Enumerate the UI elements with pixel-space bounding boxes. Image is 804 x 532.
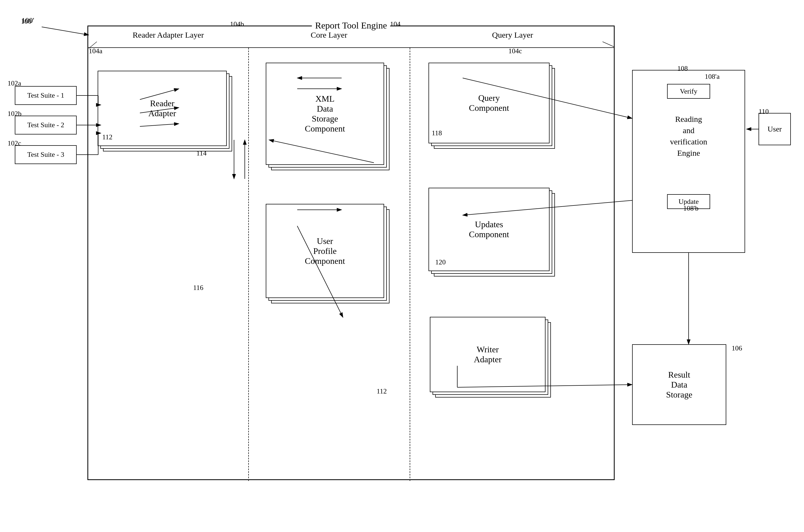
verify-button[interactable]: Verify	[667, 84, 710, 99]
ref-100-label: 100'	[21, 18, 33, 25]
query-component-box: QueryComponent	[428, 63, 550, 144]
user-box: User	[759, 113, 791, 145]
user-profile-box: UserProfileComponent	[266, 204, 384, 298]
ref-104b: 104b	[230, 20, 244, 28]
report-tool-engine-box: Report Tool Engine Reader Adapter Layer …	[88, 25, 615, 480]
ref-102b: 102b	[7, 110, 21, 118]
xml-data-storage-label: XMLDataStorageComponent	[305, 94, 345, 134]
layer-divider-1	[248, 48, 249, 481]
ref-104a: 104a	[89, 47, 102, 55]
reader-adapter-box: ReaderAdapter	[98, 71, 227, 146]
result-data-storage-box: ResultDataStorage	[632, 344, 726, 425]
updates-component-box: UpdatesComponent	[428, 188, 550, 271]
ref-118: 118	[432, 129, 442, 137]
svg-line-2	[42, 27, 89, 35]
ref-108: 108	[677, 64, 688, 73]
test-suite-1-box: Test Suite - 1	[15, 86, 77, 105]
ref-108b: 108'b	[683, 204, 698, 212]
query-component-label: QueryComponent	[469, 93, 509, 113]
query-layer-label: Query Layer	[410, 31, 615, 40]
layer-divider-2	[410, 48, 410, 481]
ref-114: 114	[196, 149, 207, 157]
reader-adapter-layer-label: Reader Adapter Layer	[88, 31, 248, 40]
ref-102a: 102a	[7, 79, 21, 88]
ref-102c: 102c	[7, 139, 21, 147]
ref-104c: 104c	[509, 47, 522, 55]
ref-112-writer: 112	[377, 387, 387, 395]
ref-110: 110	[759, 108, 769, 116]
core-layer-label: Core Layer	[248, 31, 410, 40]
writer-adapter-label: WriterAdapter	[474, 344, 501, 364]
user-profile-label: UserProfileComponent	[305, 236, 345, 266]
reader-adapter-label: ReaderAdapter	[148, 98, 176, 118]
test-suite-2-box: Test Suite - 2	[15, 116, 77, 134]
ref-106: 106	[732, 344, 742, 352]
ref-108a: 108'a	[705, 73, 720, 81]
writer-adapter-box: WriterAdapter	[430, 317, 545, 392]
xml-data-storage-box: XMLDataStorageComponent	[266, 63, 384, 165]
ref-112-reader: 112	[102, 133, 112, 141]
reading-verification-engine-box: Verify ReadingandverificationEngine Upda…	[632, 70, 745, 253]
ref-116: 116	[193, 284, 203, 292]
layer-headers-row: Reader Adapter Layer Core Layer Query La…	[88, 26, 614, 48]
updates-component-label: UpdatesComponent	[469, 220, 509, 240]
ref-104: 104	[390, 20, 401, 28]
ref-120: 120	[435, 258, 446, 266]
reading-verification-label: ReadingandverificationEngine	[670, 114, 707, 159]
diagram: 100' Report Tool Engine Reader Adapter L…	[0, 0, 804, 532]
test-suite-3-box: Test Suite - 3	[15, 145, 77, 164]
